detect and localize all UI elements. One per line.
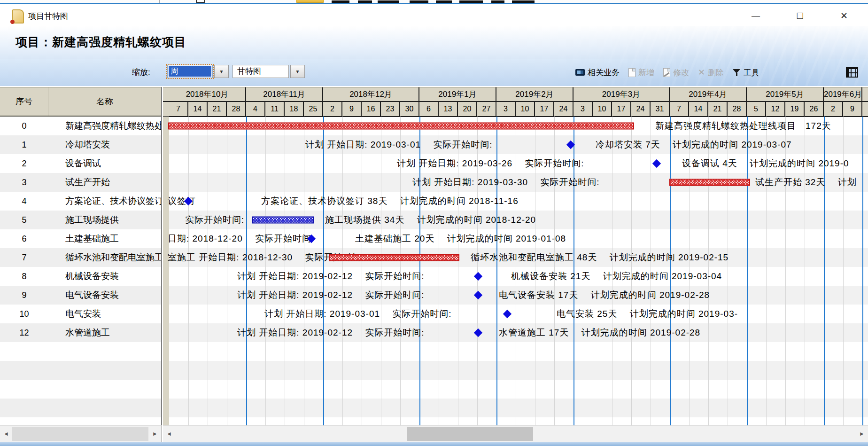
table-horizontal-scrollbar[interactable]: ◄ ►	[0, 425, 162, 442]
week-header-row: 7142128411182529162330613202731017243101…	[163, 102, 868, 117]
gantt-body: 新建高强度精轧螺纹热处理线项目 172天计划 开始日期: 2019-03-01 …	[163, 117, 868, 425]
month-header-cell: 2018年10月	[169, 87, 246, 102]
gantt-row-left-label: 日期: 2018-12-20 实际开始时间:	[168, 233, 314, 245]
month-header-cell	[862, 87, 868, 102]
gantt-row-left-label: 计划 开始日期: 2019-02-12 实际开始时间:	[237, 327, 425, 339]
task-name-cell: 新建高强度精轧螺纹热处理线项目	[48, 120, 161, 132]
week-header-cell: 24	[554, 102, 574, 117]
close-button[interactable]: ✕	[833, 8, 855, 23]
week-header-cell: 13	[439, 102, 458, 117]
week-header-cell: 27	[477, 102, 496, 117]
month-header-pad	[163, 87, 169, 102]
task-index-cell: 4	[0, 196, 48, 206]
week-header-cell: 11	[265, 102, 285, 117]
table-row[interactable]: 1冷却塔安装	[0, 135, 161, 154]
gantt-bar-red[interactable]	[669, 179, 750, 186]
tools-funnel-icon	[733, 69, 741, 77]
scroll-right-arrow[interactable]: ►	[149, 426, 161, 442]
week-header-cell: 28	[227, 102, 246, 117]
window-bottom-border	[0, 442, 868, 446]
scroll-left-arrow[interactable]: ◄	[163, 426, 175, 442]
minimize-button[interactable]: —	[745, 8, 767, 23]
week-header-cell: 4	[246, 102, 265, 117]
week-header-cell: 21	[708, 102, 728, 117]
week-header-cell: 17	[612, 102, 631, 117]
zoom-select[interactable]: 周	[167, 65, 213, 78]
gantt-row-left-label: 实际开始时间:	[185, 214, 244, 226]
task-index-cell: 0	[0, 121, 48, 131]
button-label: 相关业务	[588, 67, 620, 78]
delete-x-icon: ✕	[698, 68, 705, 77]
week-header-cell: 6	[419, 102, 439, 117]
week-header-cell	[862, 102, 868, 117]
table-row[interactable]: 12水管道施工	[0, 323, 161, 342]
scroll-right-arrow[interactable]: ►	[856, 426, 868, 442]
table-row[interactable]: 6土建基础施工	[0, 229, 161, 248]
task-table-pane: 序号 名称 0新建高强度精轧螺纹热处理线项目1冷却塔安装2设备调试3试生产开始4…	[0, 87, 162, 425]
edit-document-icon	[663, 68, 670, 77]
table-row[interactable]: 2设备调试	[0, 154, 161, 173]
table-row[interactable]: 9电气设备安装	[0, 286, 161, 305]
month-header-cell: 2019年1月	[419, 87, 496, 102]
gantt-row-label: 方案论证、技术协议签订 38天 计划完成的时间 2018-11-16	[261, 195, 519, 207]
table-row[interactable]: 0新建高强度精轧螺纹热处理线项目	[0, 117, 161, 135]
maximize-button[interactable]: □	[789, 8, 811, 23]
task-name-cell: 循环水池和变配电室施工	[48, 251, 161, 264]
tools-button[interactable]: 工具	[731, 67, 761, 78]
gantt-row-left-label: 计划 开始日期: 2019-02-12 实际开始时间:	[237, 289, 425, 301]
gantt-pane: 2018年10月2018年11月2018年12月2019年1月2019年2月20…	[163, 87, 868, 425]
gantt-left-margin	[163, 117, 169, 425]
scroll-left-arrow[interactable]: ◄	[0, 426, 12, 442]
gantt-row-label: 冷却塔安装 7天 计划完成的时间 2019-03-07	[596, 139, 792, 151]
scrollbar-thumb[interactable]	[407, 427, 533, 441]
week-header-cell: 14	[689, 102, 708, 117]
add-button: 新增	[627, 67, 656, 78]
week-header-cell: 9	[843, 102, 862, 117]
table-row[interactable]: 3试生产开始	[0, 173, 161, 192]
month-grid-line	[862, 117, 863, 425]
gantt-horizontal-scrollbar[interactable]: ◄ ►	[163, 425, 868, 442]
table-row-empty	[0, 380, 161, 399]
table-row[interactable]: 4方案论证、技术协议签订	[0, 192, 161, 211]
month-header-cell: 2018年11月	[246, 87, 323, 102]
table-row-empty	[0, 342, 161, 361]
task-name-cell: 土建基础施工	[48, 233, 161, 245]
view-select[interactable]: 甘特图	[232, 65, 289, 78]
scrollbar-thumb[interactable]	[12, 427, 148, 441]
task-index-cell: 6	[0, 234, 48, 244]
gantt-timeline-header: 2018年10月2018年11月2018年12月2019年1月2019年2月20…	[163, 87, 868, 117]
week-header-cell: 2	[323, 102, 342, 117]
task-name-cell: 机械设备安装	[48, 270, 161, 282]
week-header-cell: 26	[805, 102, 824, 117]
table-row[interactable]: 10电气安装	[0, 305, 161, 323]
project-header-band: 项目：新建高强度精轧螺纹项目	[0, 26, 868, 59]
week-header-cell: 12	[766, 102, 785, 117]
table-row-empty	[0, 361, 161, 380]
dialog-title: 项目甘特图	[28, 11, 68, 22]
modify-button: 修改	[662, 67, 690, 78]
table-row-empty	[0, 399, 161, 417]
gantt-bar-red[interactable]	[329, 254, 459, 261]
chevron-down-icon[interactable]: ▼	[214, 65, 229, 78]
gantt-bar-red[interactable]	[168, 123, 634, 130]
week-header-cell: 3	[496, 102, 516, 117]
page-title: 项目：新建高强度精轧螺纹项目	[16, 34, 186, 50]
table-row[interactable]: 8机械设备安装	[0, 267, 161, 286]
table-row[interactable]: 5施工现场提供	[0, 211, 161, 229]
button-label: 工具	[744, 67, 760, 78]
related-business-button[interactable]: 相关业务	[574, 67, 621, 78]
gantt-row-label: 新建高强度精轧螺纹热处理线项目 172天	[655, 120, 831, 132]
week-header-cell: 25	[304, 102, 323, 117]
table-row[interactable]: 7循环水池和变配电室施工	[0, 248, 161, 267]
week-header-cell: 7	[169, 102, 188, 117]
gantt-row-label: 施工现场提供 34天 计划完成的时间 2018-12-20	[325, 214, 536, 226]
month-header-cell: 2018年12月	[323, 87, 419, 102]
gantt-row-left-label: 计划 开始日期: 2019-03-01 实际开始时间:	[264, 308, 452, 320]
task-index-cell: 8	[0, 272, 48, 282]
chevron-down-icon[interactable]: ▼	[290, 65, 305, 78]
column-header-index: 序号	[0, 87, 48, 116]
grid-view-button[interactable]	[843, 66, 861, 79]
month-header-cell: 2019年3月	[574, 87, 670, 102]
gantt-bar-blue[interactable]	[252, 217, 314, 224]
task-name-cell: 设备调试	[48, 157, 161, 170]
